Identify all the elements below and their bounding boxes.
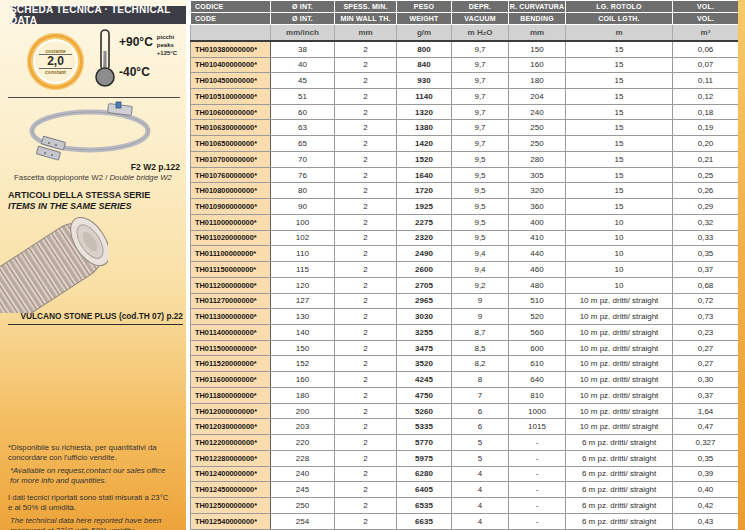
data-cell: 5	[452, 435, 509, 451]
code-cell: TH010760000000*	[191, 167, 271, 183]
data-cell: 15	[566, 183, 673, 199]
code-cell: TH010380000000*	[191, 41, 271, 58]
data-cell: 0,07	[673, 57, 739, 73]
data-cell: 245	[271, 482, 335, 498]
data-cell: 220	[271, 435, 335, 451]
data-cell: 0,42	[673, 498, 739, 514]
data-cell: 2	[335, 482, 397, 498]
data-cell: 250	[271, 498, 335, 514]
data-cell: 0,26	[673, 183, 739, 199]
constant-badge-inner: costante 2,0 constant	[33, 39, 78, 84]
table-row: TH010900000000*90219259,5360150,29	[191, 199, 739, 215]
code-cell: TH011020000000*	[191, 230, 271, 246]
data-cell: 1720	[397, 183, 452, 199]
table-row: TH011150000000*115226009,4460100,37	[191, 262, 739, 278]
data-cell: 0,73	[673, 309, 739, 325]
table-row: TH011270000000*12722965951010 m pz. drit…	[191, 293, 739, 309]
data-cell: 1380	[397, 120, 452, 136]
data-cell: 0,43	[673, 513, 739, 529]
data-cell: 0,72	[673, 293, 739, 309]
data-cell: 4	[452, 513, 509, 529]
data-cell: 152	[271, 356, 335, 372]
table-row: TH012280000000*228259755-6 m pz. dritti/…	[191, 450, 739, 466]
data-cell: 360	[509, 199, 566, 215]
unit-cell: m H₂O	[452, 25, 509, 41]
data-cell: 8,7	[452, 325, 509, 341]
data-cell: 4245	[397, 372, 452, 388]
data-cell: 2	[335, 387, 397, 403]
data-cell: 10 m pz. dritti/ straight	[566, 419, 673, 435]
data-cell: 228	[271, 450, 335, 466]
data-cell: 2	[335, 73, 397, 89]
data-cell: 9,7	[452, 41, 509, 58]
data-cell: 410	[509, 230, 566, 246]
data-cell: 0,23	[673, 325, 739, 341]
table-row: TH012450000000*245264054-6 m pz. dritti/…	[191, 482, 739, 498]
data-cell: 180	[271, 387, 335, 403]
code-cell: TH011300000000*	[191, 309, 271, 325]
data-cell: 6535	[397, 498, 452, 514]
data-cell: 9,5	[452, 167, 509, 183]
temperature-values: +90°C -40°C	[119, 27, 153, 91]
code-cell: TH011150000000*	[191, 262, 271, 278]
data-cell: 1640	[397, 167, 452, 183]
data-cell: -	[509, 450, 566, 466]
table-row: TH010650000000*65214209,7250150,20	[191, 136, 739, 152]
code-cell: TH010800000000*	[191, 183, 271, 199]
data-cell: 9,7	[452, 136, 509, 152]
data-cell: 1140	[397, 89, 452, 105]
clamp-reference: F2 W2 p.122	[8, 162, 180, 172]
data-cell: 110	[271, 246, 335, 262]
data-cell: 127	[271, 293, 335, 309]
clamp-illustration	[12, 101, 162, 161]
data-cell: 0,32	[673, 214, 739, 230]
data-cell: 130	[271, 309, 335, 325]
table-row: TH012400000000*240262804-6 m pz. dritti/…	[191, 466, 739, 482]
data-cell: 810	[509, 387, 566, 403]
data-cell: 2600	[397, 262, 452, 278]
code-cell: TH010450000000*	[191, 73, 271, 89]
table-row: TH012540000000*254266354-6 m pz. dritti/…	[191, 513, 739, 529]
data-cell: 140	[271, 325, 335, 341]
code-cell: TH011800000000*	[191, 387, 271, 403]
data-cell: 2	[335, 466, 397, 482]
data-cell: 8,5	[452, 340, 509, 356]
data-cell: 10 m pz. dritti/ straight	[566, 356, 673, 372]
data-cell: 150	[271, 340, 335, 356]
data-cell: 0,06	[673, 41, 739, 58]
data-cell: 254	[271, 513, 335, 529]
data-cell: 2	[335, 293, 397, 309]
data-cell: 15	[566, 57, 673, 73]
data-cell: 2	[335, 151, 397, 167]
data-cell: 10 m pz. dritti/ straight	[566, 309, 673, 325]
table-row: TH011400000000*140232558,756010 m pz. dr…	[191, 325, 739, 341]
data-cell: 15	[566, 167, 673, 183]
data-cell: 2320	[397, 230, 452, 246]
data-cell: 10	[566, 214, 673, 230]
spec-table: CODICEØ INT.SPESS. MIN.PESODEPR.R. CURVA…	[190, 0, 739, 530]
data-cell: 3255	[397, 325, 452, 341]
code-cell: TH012000000000*	[191, 403, 271, 419]
data-cell: 280	[509, 151, 566, 167]
data-cell: 1000	[509, 403, 566, 419]
data-cell: 520	[509, 309, 566, 325]
table-row: TH010450000000*4529309,7180150,11	[191, 73, 739, 89]
data-cell: 2965	[397, 293, 452, 309]
unit-cell: mm	[335, 25, 397, 41]
data-cell: 800	[397, 41, 452, 58]
data-cell: 10 m pz. dritti/ straight	[566, 325, 673, 341]
data-cell: 38	[271, 41, 335, 58]
series-title-it: ARTICOLI DELLA STESSA SERIE	[8, 190, 184, 200]
data-cell: 10	[566, 262, 673, 278]
data-cell: 0,12	[673, 89, 739, 105]
unit-cell: m	[566, 25, 673, 41]
data-cell: 2	[335, 104, 397, 120]
table-row: TH012500000000*250265354-6 m pz. dritti/…	[191, 498, 739, 514]
temp-max-label: +90°C	[119, 35, 153, 49]
temp-peaks-label: picchi peaks +125°C	[157, 33, 177, 91]
data-cell: 15	[566, 151, 673, 167]
data-cell: 0,27	[673, 340, 739, 356]
table-row: TH011020000000*102223209,5410100,33	[191, 230, 739, 246]
data-cell: 150	[509, 41, 566, 58]
data-cell: 0,327	[673, 435, 739, 451]
